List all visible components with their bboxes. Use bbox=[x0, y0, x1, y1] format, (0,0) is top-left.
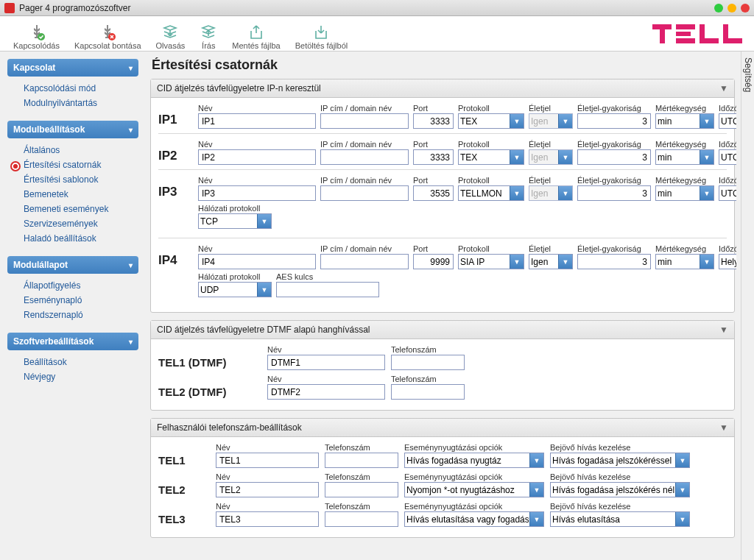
read-button[interactable]: Olvasás bbox=[149, 22, 193, 50]
ip-port-input[interactable] bbox=[413, 149, 454, 165]
save-to-file-button[interactable]: Mentés fájlba bbox=[225, 22, 287, 50]
svg-rect-6 bbox=[676, 38, 695, 43]
tel-name-input[interactable] bbox=[216, 511, 319, 527]
tel-row: TEL2 Név Telefonszám Eseménynyugtázási o… bbox=[158, 472, 727, 497]
tel-row: TEL3 Név Telefonszám Eseménynyugtázási o… bbox=[158, 502, 727, 527]
ip-name-input[interactable] bbox=[198, 254, 316, 269]
ip-name-input[interactable] bbox=[198, 113, 316, 129]
panel-dtmf-header[interactable]: CID átjelzés távfelügyeletre DTMF alapú … bbox=[151, 321, 734, 339]
tel-ack-select[interactable]: Hívás fogadása nyugtáz bbox=[404, 453, 544, 468]
ip-port-input[interactable] bbox=[413, 185, 454, 201]
main-scroll[interactable]: Értesítési csatornák CID átjelzés távfel… bbox=[150, 57, 736, 554]
tel-row-label: TEL3 bbox=[158, 513, 210, 527]
ip-port-input[interactable] bbox=[413, 254, 454, 269]
ip-subrow: Hálózati protokollTCP bbox=[158, 204, 727, 229]
ip-protocol-select[interactable]: TEX bbox=[458, 149, 524, 165]
ip-row-label: IP4 bbox=[158, 253, 194, 269]
svg-rect-4 bbox=[676, 24, 695, 29]
ip-name-input[interactable] bbox=[198, 149, 316, 165]
svg-rect-8 bbox=[700, 38, 719, 43]
app-icon bbox=[4, 3, 15, 13]
window-maximize-icon[interactable] bbox=[727, 4, 736, 13]
sidebar-item[interactable]: Állapotfigyelés bbox=[10, 278, 135, 293]
dtmf-phone-input[interactable] bbox=[391, 355, 465, 370]
load-from-file-button[interactable]: Betöltés fájlból bbox=[288, 22, 356, 50]
sidebar-section-header[interactable]: Szoftverbeállítások▾ bbox=[7, 333, 138, 350]
disconnect-button[interactable]: Kapcsolat bontása bbox=[67, 22, 149, 50]
ip-heartbeat-select[interactable]: Igen bbox=[529, 254, 573, 269]
dtmf-phone-input[interactable] bbox=[391, 384, 465, 400]
ip-unit-select[interactable]: min bbox=[655, 113, 714, 129]
sidebar-item[interactable]: Rendszernapló bbox=[10, 308, 135, 322]
sidebar-item[interactable]: Kapcsolódási mód bbox=[10, 81, 135, 96]
ip-unit-select[interactable]: min bbox=[655, 149, 714, 165]
tel-phone-input[interactable] bbox=[325, 453, 398, 468]
tel-ack-select[interactable]: Hívás elutasítása vagy fogadása bbox=[404, 511, 544, 527]
ip-protocol-select[interactable]: SIA IP bbox=[458, 254, 524, 269]
ip-heartbeat-freq-input[interactable] bbox=[577, 254, 651, 269]
sidebar-section-header[interactable]: Kapcsolat▾ bbox=[7, 59, 138, 77]
sidebar-item[interactable]: Szervizesemények bbox=[10, 216, 135, 231]
ip-name-input[interactable] bbox=[198, 185, 316, 201]
chevron-down-icon: ▼ bbox=[719, 83, 728, 93]
panel-user-phones-header[interactable]: Felhasználói telefonszám-beállítások ▼ bbox=[151, 419, 734, 437]
dtmf-name-input[interactable] bbox=[267, 355, 385, 370]
sidebar-item[interactable]: Általános bbox=[10, 143, 135, 157]
panel-user-phones: Felhasználói telefonszám-beállítások ▼ T… bbox=[150, 418, 735, 538]
ip-row-label: IP2 bbox=[158, 149, 194, 165]
ip-address-input[interactable] bbox=[320, 113, 409, 129]
tel-ack-select[interactable]: Nyomjon *-ot nyugtázáshoz bbox=[404, 482, 544, 497]
tel-phone-input[interactable] bbox=[325, 511, 398, 527]
ip-heartbeat-select: Igen bbox=[529, 185, 573, 201]
ip-port-input[interactable] bbox=[413, 113, 454, 129]
ip-row: IP4 Név IP cím / domain név Port Protoko… bbox=[158, 244, 727, 269]
dtmf-name-input[interactable] bbox=[267, 384, 385, 400]
ip-unit-select[interactable]: min bbox=[655, 185, 714, 201]
sidebar-section-header[interactable]: Modulállapot▾ bbox=[7, 256, 138, 274]
ip-aes-input[interactable] bbox=[276, 282, 379, 297]
ip-timezone-select[interactable]: UTC bbox=[719, 149, 736, 165]
ip-protocol-select[interactable]: TELLMON bbox=[458, 185, 524, 201]
tel-phone-input[interactable] bbox=[325, 482, 398, 497]
dtmf-row-label: TEL2 (DTMF) bbox=[158, 386, 261, 400]
tel-incoming-select[interactable]: Hívás elutasítása bbox=[550, 511, 690, 527]
ip-heartbeat-freq-input[interactable] bbox=[577, 185, 651, 201]
sidebar-item[interactable]: Beállítások bbox=[10, 355, 135, 369]
sidebar-item[interactable]: Modulnyilvántartás bbox=[10, 96, 135, 110]
sidebar-item[interactable]: Értesítési csatornák bbox=[10, 157, 135, 172]
tel-name-input[interactable] bbox=[216, 453, 319, 468]
tel-incoming-select[interactable]: Hívás fogadása jelszókéréssel bbox=[550, 453, 690, 468]
help-tab[interactable]: Segítség bbox=[741, 52, 754, 560]
ip-row: IP1 Név IP cím / domain név Port Protoko… bbox=[158, 104, 727, 129]
ip-timezone-select[interactable]: UTC bbox=[719, 185, 736, 201]
write-button[interactable]: Írás bbox=[192, 22, 225, 50]
connect-button[interactable]: Kapcsolódás bbox=[6, 22, 67, 50]
ip-net-protocol-select[interactable]: TCP bbox=[198, 213, 272, 229]
tel-incoming-select[interactable]: Hívás fogadása jelszókérés nélkül bbox=[550, 482, 690, 497]
ip-protocol-select[interactable]: TEX bbox=[458, 113, 524, 129]
main-toolbar: Kapcsolódás Kapcsolat bontása Olvasás Ír… bbox=[0, 16, 754, 52]
sidebar-item[interactable]: Értesítési sablonok bbox=[10, 172, 135, 187]
tel-row-label: TEL2 bbox=[158, 483, 210, 497]
window-minimize-icon[interactable] bbox=[714, 4, 723, 13]
tel-name-input[interactable] bbox=[216, 482, 319, 497]
sidebar-section-header[interactable]: Modulbeállítások▾ bbox=[7, 121, 138, 138]
ip-unit-select[interactable]: min bbox=[655, 254, 714, 269]
sidebar-item[interactable]: Haladó beállítások bbox=[10, 231, 135, 246]
sidebar-item[interactable]: Bemeneti események bbox=[10, 202, 135, 216]
sidebar-item[interactable]: Bemenetek bbox=[10, 187, 135, 202]
panel-ip-header[interactable]: CID átjelzés távfelügyeletre IP-n keresz… bbox=[151, 79, 734, 98]
ip-heartbeat-freq-input[interactable] bbox=[577, 113, 651, 129]
sidebar-item[interactable]: Eseménynapló bbox=[10, 293, 135, 308]
sidebar-item[interactable]: Névjegy bbox=[10, 369, 135, 384]
ip-address-input[interactable] bbox=[320, 149, 409, 165]
ip-address-input[interactable] bbox=[320, 254, 409, 269]
ip-timezone-select[interactable]: Helyi bbox=[719, 254, 736, 269]
ip-heartbeat-freq-input[interactable] bbox=[577, 149, 651, 165]
ip-address-input[interactable] bbox=[320, 185, 409, 201]
page-title: Értesítési csatornák bbox=[152, 57, 735, 73]
window-close-icon[interactable] bbox=[741, 4, 750, 13]
ip-net-protocol-select[interactable]: UDP bbox=[198, 282, 272, 297]
ip-timezone-select[interactable]: UTC bbox=[719, 113, 736, 129]
ip-heartbeat-select: Igen bbox=[529, 149, 573, 165]
